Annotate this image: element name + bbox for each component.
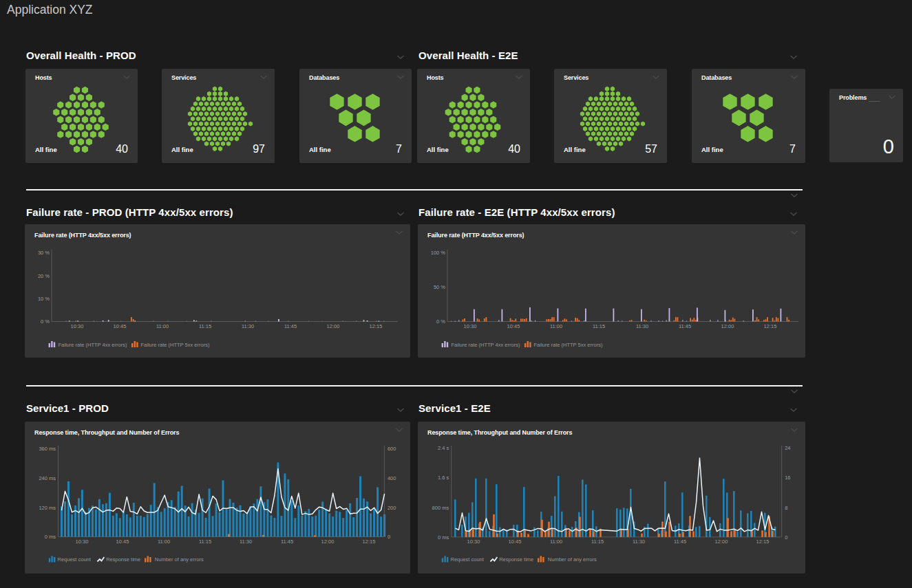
svg-text:Request count: Request count xyxy=(451,556,485,563)
svg-text:100 %: 100 % xyxy=(431,250,446,256)
svg-text:11:00: 11:00 xyxy=(550,323,562,329)
svg-text:0: 0 xyxy=(388,534,390,540)
svg-text:Failure rate (HTTP 4xx errors): Failure rate (HTTP 4xx errors) xyxy=(452,342,520,348)
svg-text:11:45: 11:45 xyxy=(281,538,293,545)
svg-text:Number of any errors: Number of any errors xyxy=(548,556,597,563)
svg-text:11:15: 11:15 xyxy=(199,323,211,329)
svg-text:10:45: 10:45 xyxy=(114,323,127,329)
svg-text:240 ms: 240 ms xyxy=(39,475,56,481)
svg-text:10:30: 10:30 xyxy=(464,323,477,329)
svg-text:10:30: 10:30 xyxy=(71,323,84,329)
svg-text:10:30: 10:30 xyxy=(76,538,89,545)
svg-text:Request count: Request count xyxy=(58,556,92,563)
svg-text:11:45: 11:45 xyxy=(679,323,691,329)
svg-text:Failure rate (HTTP 5xx errors): Failure rate (HTTP 5xx errors) xyxy=(141,342,210,348)
svg-text:11:15: 11:15 xyxy=(199,538,211,545)
svg-text:12:15: 12:15 xyxy=(764,323,777,329)
svg-text:11:15: 11:15 xyxy=(591,538,604,545)
svg-text:11:00: 11:00 xyxy=(156,323,169,329)
svg-text:600: 600 xyxy=(388,446,396,452)
svg-text:0 ms: 0 ms xyxy=(45,534,56,540)
svg-text:11:30: 11:30 xyxy=(242,323,254,329)
svg-text:Response time: Response time xyxy=(499,556,533,563)
svg-text:8: 8 xyxy=(785,505,787,511)
svg-text:12:00: 12:00 xyxy=(327,323,340,329)
svg-text:10 %: 10 % xyxy=(38,296,50,302)
svg-text:10:45: 10:45 xyxy=(507,323,520,329)
svg-text:0 %: 0 % xyxy=(436,318,445,325)
svg-text:10:45: 10:45 xyxy=(509,538,522,545)
svg-text:0 ms: 0 ms xyxy=(438,534,449,541)
svg-text:2.4 s: 2.4 s xyxy=(438,445,449,451)
svg-text:11:45: 11:45 xyxy=(674,538,686,545)
svg-text:11:30: 11:30 xyxy=(636,323,648,329)
svg-text:30 %: 30 % xyxy=(38,250,50,256)
svg-text:1.6 s: 1.6 s xyxy=(438,475,449,481)
svg-text:400: 400 xyxy=(388,475,396,481)
svg-text:11:15: 11:15 xyxy=(593,323,605,329)
svg-text:10:30: 10:30 xyxy=(467,538,480,545)
svg-text:50 %: 50 % xyxy=(434,284,445,290)
svg-text:11:30: 11:30 xyxy=(633,538,645,545)
svg-text:12:15: 12:15 xyxy=(756,538,770,545)
svg-text:11:00: 11:00 xyxy=(550,538,562,545)
svg-text:0 %: 0 % xyxy=(41,318,50,325)
svg-text:11:00: 11:00 xyxy=(158,538,170,545)
svg-text:12:00: 12:00 xyxy=(321,538,335,545)
svg-text:200: 200 xyxy=(388,505,396,511)
svg-text:12:00: 12:00 xyxy=(715,538,728,545)
svg-text:800 ms: 800 ms xyxy=(432,505,449,511)
svg-text:11:45: 11:45 xyxy=(284,323,297,329)
svg-text:360 ms: 360 ms xyxy=(39,446,56,452)
svg-text:20 %: 20 % xyxy=(38,273,50,279)
svg-text:11:30: 11:30 xyxy=(240,538,252,545)
svg-text:Number of any errors: Number of any errors xyxy=(155,556,204,563)
svg-text:12:15: 12:15 xyxy=(363,538,376,545)
svg-text:120 ms: 120 ms xyxy=(39,505,56,511)
svg-text:0: 0 xyxy=(785,534,787,541)
svg-text:12:00: 12:00 xyxy=(721,323,734,329)
svg-text:10:45: 10:45 xyxy=(116,538,129,545)
svg-text:24: 24 xyxy=(785,445,790,451)
svg-text:Failure rate (HTTP 5xx errors): Failure rate (HTTP 5xx errors) xyxy=(534,342,603,348)
svg-text:12:15: 12:15 xyxy=(370,323,383,329)
svg-text:Failure rate (HTTP 4xx errors): Failure rate (HTTP 4xx errors) xyxy=(59,342,127,348)
svg-text:Response time: Response time xyxy=(106,556,140,563)
svg-text:16: 16 xyxy=(785,475,790,481)
